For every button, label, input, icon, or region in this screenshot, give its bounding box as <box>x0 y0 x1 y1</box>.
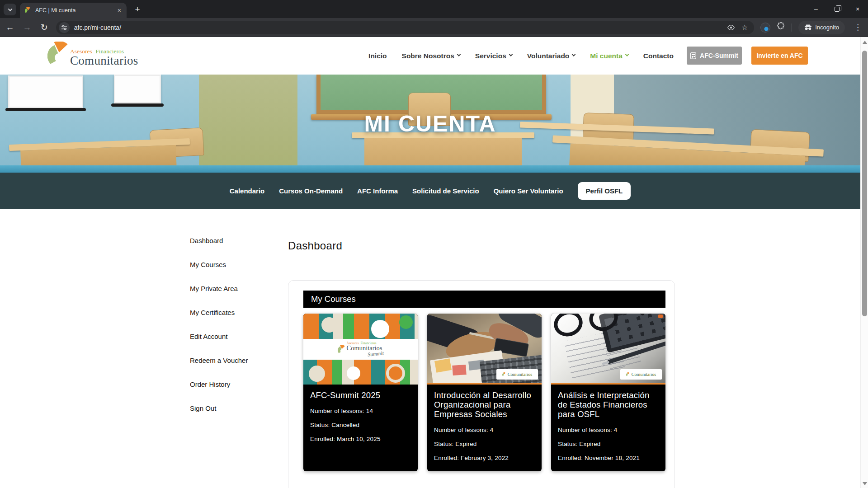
extension-area: Incognito ⋮ <box>760 21 868 34</box>
logo-word-comunitarios: Comunitarios <box>70 55 138 67</box>
hero-classroom-image: MI CUENTA <box>0 75 860 173</box>
course-lessons: Number of lessons: 4 <box>558 427 659 433</box>
course-cards: Asesores Financieros Comunitarios Summit <box>303 314 665 471</box>
sidebar-item-dashboard[interactable]: Dashboard <box>190 237 248 244</box>
course-enrolled: Enrolled: February 3, 2022 <box>434 455 535 461</box>
minimize-button[interactable]: – <box>806 0 826 18</box>
restore-icon <box>835 7 840 12</box>
course-status: Status: Expired <box>434 441 535 447</box>
glasses-decoration <box>551 314 586 340</box>
sidebar-item-my-certificates[interactable]: My Certificates <box>190 309 248 316</box>
chevron-down-icon <box>625 52 629 56</box>
account-sidebar: Dashboard My Courses My Private Area My … <box>190 237 248 428</box>
scroll-down-icon[interactable] <box>863 482 867 485</box>
tab-close-icon[interactable]: × <box>117 7 122 14</box>
photo-decoration <box>452 365 466 375</box>
nav-mi-cuenta[interactable]: Mi cuenta <box>590 52 628 60</box>
chevron-down-icon <box>572 52 576 56</box>
tab-strip: AFC | Mi cuenta × + – × <box>0 0 868 18</box>
subnav-quiero-ser-voluntario[interactable]: Quiero Ser Voluntario <box>494 187 563 195</box>
sidebar-item-redeem-a-voucher[interactable]: Redeem a Voucher <box>190 357 248 364</box>
pattern-decoration <box>309 366 325 382</box>
whiteboard-decoration <box>8 75 83 108</box>
pattern-decoration <box>321 317 337 333</box>
course-card-analisis-estados-financieros[interactable]: Comunitarios Análisis e Interpretación d… <box>551 314 665 471</box>
sidebar-item-edit-account[interactable]: Edit Account <box>190 333 248 340</box>
subnav-perfil-osfl-button[interactable]: Perfil OSFL <box>578 182 631 200</box>
nav-voluntariado[interactable]: Voluntariado <box>527 52 576 60</box>
incognito-glasses-icon <box>804 24 812 31</box>
preview-eye-icon[interactable] <box>727 23 735 32</box>
extensions-puzzle-icon[interactable] <box>777 22 785 33</box>
sidebar-item-order-history[interactable]: Order History <box>190 380 248 388</box>
afc-logo-icon <box>338 345 347 354</box>
afc-watermark: Comunitarios <box>496 369 538 380</box>
sidebar-item-my-private-area[interactable]: My Private Area <box>190 285 248 292</box>
page-viewport: Asesores Financieros Comunitarios Inicio… <box>0 37 860 488</box>
account-subnav: Calendario Cursos On-Demand AFC Informa … <box>0 173 860 209</box>
sidebar-item-sign-out[interactable]: Sign Out <box>190 404 248 412</box>
reload-button[interactable]: ↻ <box>37 20 52 35</box>
afc-summit-button[interactable]: AFC-Summit <box>687 47 742 65</box>
subnav-calendario[interactable]: Calendario <box>230 187 265 195</box>
main-nav: Inicio Sobre Nosotros Servicios Voluntar… <box>368 37 674 75</box>
ledger-icon <box>690 52 696 59</box>
nav-inicio[interactable]: Inicio <box>368 52 387 60</box>
course-card-afc-summit-2025[interactable]: Asesores Financieros Comunitarios Summit <box>303 314 418 471</box>
chevron-down-icon <box>509 52 513 56</box>
floor-decoration <box>0 165 860 173</box>
sidebar-item-my-courses[interactable]: My Courses <box>190 261 248 268</box>
tab-search-button[interactable] <box>4 4 16 15</box>
browser-tab[interactable]: AFC | Mi cuenta × <box>20 3 127 18</box>
nav-contacto[interactable]: Contacto <box>643 52 674 60</box>
url-text[interactable]: afc.pr/mi-cuenta/ <box>74 24 727 31</box>
subnav-solicitud-de-servicio[interactable]: Solicitud de Servicio <box>412 187 479 195</box>
site-settings-icon[interactable] <box>59 22 70 33</box>
subnav-afc-informa[interactable]: AFC Informa <box>357 187 398 195</box>
my-courses-panel: My Courses <box>288 280 675 488</box>
pattern-decoration <box>386 364 405 383</box>
course-card-desarrollo-organizacional[interactable]: Comunitarios Introducción al Desarrollo … <box>427 314 542 471</box>
afc-logo[interactable]: Asesores Financieros Comunitarios <box>47 42 138 67</box>
scroll-up-icon[interactable] <box>863 41 867 44</box>
course-thumbnail: Comunitarios <box>427 314 542 385</box>
afc-logo-icon <box>47 42 73 65</box>
scrollbar-thumb[interactable] <box>862 51 867 316</box>
new-tab-button[interactable]: + <box>132 4 143 15</box>
window-controls: – × <box>806 0 868 18</box>
incognito-badge: Incognito <box>798 21 845 34</box>
course-thumbnail: Comunitarios <box>551 314 665 385</box>
site-favicon-icon <box>24 7 32 14</box>
photo-decoration <box>658 314 663 318</box>
invierte-en-afc-button[interactable]: Invierte en AFC <box>751 47 808 65</box>
pattern-decoration <box>399 315 413 329</box>
bookmark-star-icon[interactable]: ☆ <box>741 23 748 32</box>
pattern-decoration <box>347 366 360 380</box>
tab-title: AFC | Mi cuenta <box>35 7 117 14</box>
course-title: Introducción al Desarrollo Organizaciona… <box>434 391 535 419</box>
back-button[interactable]: ← <box>3 20 17 35</box>
thumbnail-logo-band: Asesores Financieros Comunitarios Summit <box>303 339 418 360</box>
subnav-cursos-on-demand[interactable]: Cursos On-Demand <box>279 187 343 195</box>
page-scrollbar[interactable] <box>860 37 868 488</box>
restore-button[interactable] <box>826 0 847 18</box>
nav-servicios[interactable]: Servicios <box>475 52 512 60</box>
extension-avatar-icon[interactable] <box>760 23 770 33</box>
address-bar[interactable]: afc.pr/mi-cuenta/ ☆ <box>56 21 754 34</box>
whiteboard-decoration <box>114 75 161 103</box>
course-thumbnail: Asesores Financieros Comunitarios Summit <box>303 314 418 385</box>
nav-sobre-nosotros[interactable]: Sobre Nosotros <box>402 52 460 60</box>
afc-watermark: Comunitarios <box>620 369 662 380</box>
close-window-button[interactable]: × <box>847 0 868 18</box>
forward-button[interactable]: → <box>20 20 34 35</box>
chevron-down-icon <box>8 7 12 11</box>
course-title: Análisis e Interpretación de Estados Fin… <box>558 391 659 419</box>
panel-title: My Courses <box>311 294 356 304</box>
afc-logo-icon <box>626 372 630 376</box>
course-enrolled: Enrolled: November 18, 2021 <box>558 455 659 461</box>
course-lessons: Number of lessons: 14 <box>310 408 411 414</box>
page-hero-title: MI CUENTA <box>0 111 860 137</box>
course-lessons: Number of lessons: 4 <box>434 427 535 433</box>
browser-menu-icon[interactable]: ⋮ <box>854 23 862 32</box>
browser-toolbar: ← → ↻ afc.pr/mi-cuenta/ ☆ Incognito ⋮ <box>0 18 868 37</box>
